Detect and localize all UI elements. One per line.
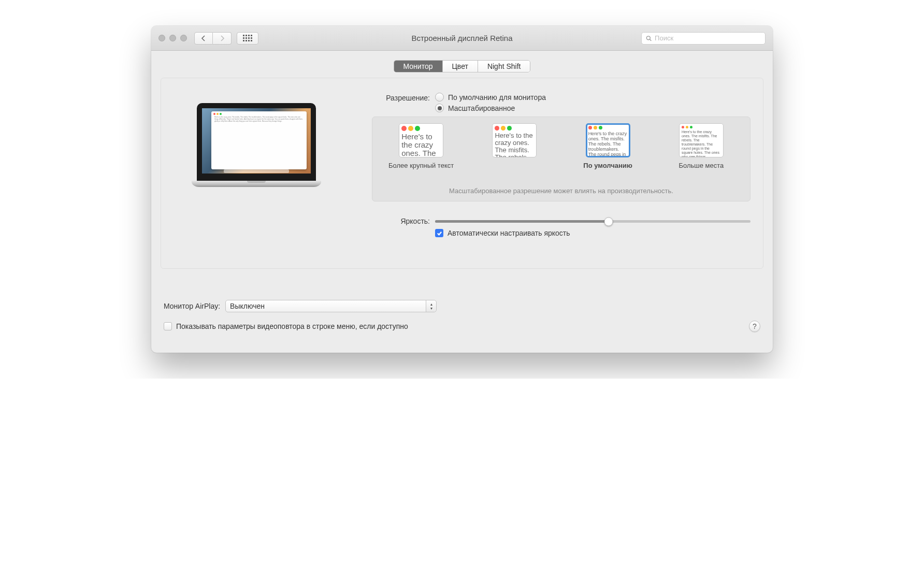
scaling-options: Here's to the crazy ones. The misfits. T… bbox=[372, 117, 750, 201]
chevron-left-icon bbox=[201, 35, 206, 41]
scaling-thumb-larger-text[interactable]: Here's to the crazy ones. The misfits. T… bbox=[399, 123, 443, 157]
svg-line-1 bbox=[650, 39, 652, 41]
help-button[interactable]: ? bbox=[749, 321, 760, 332]
laptop-illustration: Here's to the crazy ones. The misfits. T… bbox=[197, 103, 316, 187]
tab-color[interactable]: Цвет bbox=[443, 61, 478, 72]
footer: Монитор AirPlay: Выключен Показывать пар… bbox=[161, 300, 763, 332]
tab-bar: Монитор Цвет Night Shift bbox=[161, 60, 763, 73]
scaling-thumb-2[interactable]: Here's to the crazy ones. The misfits. T… bbox=[492, 123, 537, 157]
scaling-label: Больше места bbox=[678, 162, 724, 180]
search-icon bbox=[646, 35, 652, 41]
checkbox-label: Автоматически настраивать яркость bbox=[447, 229, 570, 237]
slider-knob[interactable] bbox=[604, 217, 613, 226]
zoom-window-button[interactable] bbox=[180, 35, 187, 41]
display-preview: Here's to the crazy ones. The misfits. T… bbox=[174, 93, 339, 240]
radio-label: По умолчанию для монитора bbox=[448, 93, 546, 102]
checkmark-icon bbox=[437, 230, 442, 236]
tab-night-shift[interactable]: Night Shift bbox=[478, 61, 530, 72]
show-all-button[interactable] bbox=[237, 32, 258, 45]
radio-default-for-display[interactable]: По умолчанию для монитора bbox=[435, 93, 750, 102]
chevron-right-icon bbox=[220, 35, 225, 41]
airplay-value: Выключен bbox=[230, 302, 265, 310]
radio-icon bbox=[435, 104, 444, 112]
airplay-select[interactable]: Выключен bbox=[225, 300, 437, 312]
settings-column: Разрешение: По умолчанию для монитора Ма… bbox=[355, 93, 750, 240]
scaling-label: По умолчанию bbox=[583, 162, 632, 180]
radio-label: Масштабированное bbox=[448, 104, 515, 112]
brightness-slider[interactable] bbox=[435, 220, 750, 223]
search-field[interactable] bbox=[641, 32, 766, 45]
checkbox-icon bbox=[164, 322, 172, 330]
forward-button[interactable] bbox=[213, 32, 232, 45]
back-button[interactable] bbox=[194, 32, 213, 45]
main-panel: Here's to the crazy ones. The misfits. T… bbox=[161, 78, 763, 269]
select-arrows-icon bbox=[426, 300, 436, 312]
dock-icon bbox=[224, 169, 289, 173]
scaling-label: Более крупный текст bbox=[388, 162, 454, 180]
auto-brightness-checkbox[interactable]: Автоматически настраивать яркость bbox=[435, 229, 750, 237]
window-controls bbox=[158, 35, 187, 41]
grid-icon bbox=[243, 35, 252, 41]
svg-point-0 bbox=[646, 36, 650, 39]
checkbox-icon bbox=[435, 229, 443, 237]
performance-note: Масштабированное разрешение может влиять… bbox=[380, 186, 743, 196]
radio-icon bbox=[435, 93, 444, 102]
search-input[interactable] bbox=[655, 34, 761, 42]
window-title: Встроенный дисплей Retina bbox=[411, 34, 512, 42]
titlebar: Встроенный дисплей Retina bbox=[151, 26, 773, 51]
show-mirroring-checkbox[interactable]: Показывать параметры видеоповтора в стро… bbox=[164, 322, 408, 330]
preferences-window: Встроенный дисплей Retina Монитор Цвет N… bbox=[151, 26, 773, 353]
brightness-label: Яркость: bbox=[355, 216, 435, 237]
tab-display[interactable]: Монитор bbox=[394, 61, 443, 72]
radio-scaled[interactable]: Масштабированное bbox=[435, 104, 750, 112]
preview-window-icon: Here's to the crazy ones. The misfits. T… bbox=[211, 111, 307, 169]
scaling-thumb-more-space[interactable]: Here's to the crazy ones. The misfits. T… bbox=[679, 123, 724, 157]
scaling-thumb-default[interactable]: Here's to the crazy ones. The misfits. T… bbox=[586, 123, 630, 157]
content-area: Монитор Цвет Night Shift Here's to the c… bbox=[151, 51, 773, 353]
nav-buttons bbox=[194, 32, 232, 45]
checkbox-label: Показывать параметры видеоповтора в стро… bbox=[176, 322, 408, 330]
close-window-button[interactable] bbox=[158, 35, 165, 41]
minimize-window-button[interactable] bbox=[169, 35, 176, 41]
slider-fill bbox=[435, 220, 609, 223]
airplay-label: Монитор AirPlay: bbox=[164, 302, 220, 310]
